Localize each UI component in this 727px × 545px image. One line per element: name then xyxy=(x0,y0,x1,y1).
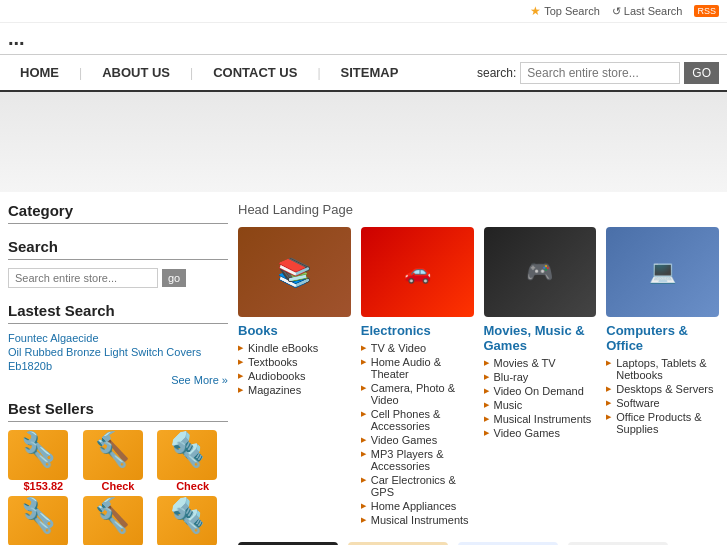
computers-img: 💻 xyxy=(606,227,719,317)
movies-title[interactable]: Movies, Music & Games xyxy=(484,323,597,353)
product-3-price: Check xyxy=(157,480,228,492)
books-item-3[interactable]: Audiobooks xyxy=(238,370,351,382)
product-1-price: $153.82 xyxy=(8,480,79,492)
electronics-list: TV & Video Home Audio & Theater Camera, … xyxy=(361,342,474,526)
nav-search-label: search: xyxy=(477,66,516,80)
product-2[interactable]: 🔨 Check xyxy=(83,430,154,492)
banner xyxy=(0,92,727,192)
product-1[interactable]: 🔧 $153.82 xyxy=(8,430,79,492)
last-search-link[interactable]: ↺ Last Search xyxy=(612,5,683,18)
last-search-item-3[interactable]: Eb1820b xyxy=(8,360,228,372)
electronics-img: 🚗 xyxy=(361,227,474,317)
last-search-list: Fountec Algaecide Oil Rubbed Bronze Ligh… xyxy=(8,332,228,372)
elec-item-3[interactable]: Camera, Photo & Video xyxy=(361,382,474,406)
product-4[interactable]: 🔧 xyxy=(8,496,79,545)
nav: HOME | ABOUT US | CONTACT US | SITEMAP s… xyxy=(0,55,727,92)
last-search-title: Lastest Search xyxy=(8,302,228,324)
top-search-link[interactable]: ★ Top Search xyxy=(530,4,600,18)
nav-home[interactable]: HOME xyxy=(0,55,79,90)
category-section: Category xyxy=(8,202,228,224)
nav-search: search: GO xyxy=(477,62,727,84)
books-img: 📚 xyxy=(238,227,351,317)
elec-item-5[interactable]: Video Games xyxy=(361,434,474,446)
sidebar: Category Search go Lastest Search Founte… xyxy=(8,202,228,545)
search-title: Search xyxy=(8,238,228,260)
product-4-img: 🔧 xyxy=(8,496,68,545)
product-2-price: Check xyxy=(83,480,154,492)
last-search-section: Lastest Search Fountec Algaecide Oil Rub… xyxy=(8,302,228,386)
refresh-icon: ↺ xyxy=(612,5,621,18)
elec-item-1[interactable]: TV & Video xyxy=(361,342,474,354)
top-bar: ★ Top Search ↺ Last Search RSS xyxy=(0,0,727,23)
movies-item-4[interactable]: Music xyxy=(484,399,597,411)
sidebar-search-button[interactable]: go xyxy=(162,269,186,287)
movies-item-1[interactable]: Movies & TV xyxy=(484,357,597,369)
best-sellers-title: Best Sellers xyxy=(8,400,228,422)
star-icon: ★ xyxy=(530,4,541,18)
category-grid: 📚 Books Kindle eBooks Textbooks Audioboo… xyxy=(238,227,719,528)
nav-sitemap[interactable]: SITEMAP xyxy=(321,55,419,90)
category-title: Category xyxy=(8,202,228,224)
elec-item-9[interactable]: Musical Instruments xyxy=(361,514,474,526)
cat-computers: 💻 Computers & Office Laptops, Tablets & … xyxy=(606,227,719,528)
rss-icon: RSS xyxy=(694,5,719,17)
computers-list: Laptops, Tablets & Netbooks Desktops & S… xyxy=(606,357,719,435)
product-5-img: 🔨 xyxy=(83,496,143,545)
movies-item-2[interactable]: Blu-ray xyxy=(484,371,597,383)
elec-item-4[interactable]: Cell Phones & Accessories xyxy=(361,408,474,432)
comp-item-2[interactable]: Desktops & Servers xyxy=(606,383,719,395)
comp-item-4[interactable]: Office Products & Supplies xyxy=(606,411,719,435)
product-3-img: 🔩 xyxy=(157,430,217,480)
product-1-img: 🔧 xyxy=(8,430,68,480)
best-sellers-grid: 🔧 $153.82 🔨 Check 🔩 Check 🔧 🔨 xyxy=(8,430,228,545)
product-6[interactable]: 🔩 xyxy=(157,496,228,545)
product-3[interactable]: 🔩 Check xyxy=(157,430,228,492)
movies-img: 🎮 xyxy=(484,227,597,317)
sidebar-search-input[interactable] xyxy=(8,268,158,288)
elec-item-7[interactable]: Car Electronics & GPS xyxy=(361,474,474,498)
content-area: Head Landing Page 📚 Books Kindle eBooks … xyxy=(238,202,719,545)
movies-item-3[interactable]: Video On Demand xyxy=(484,385,597,397)
see-more-link[interactable]: See More » xyxy=(8,374,228,386)
books-list: Kindle eBooks Textbooks Audiobooks Magaz… xyxy=(238,342,351,396)
books-item-2[interactable]: Textbooks xyxy=(238,356,351,368)
movies-item-5[interactable]: Musical Instruments xyxy=(484,413,597,425)
comp-item-3[interactable]: Software xyxy=(606,397,719,409)
search-section: Search go xyxy=(8,238,228,288)
books-item-4[interactable]: Magazines xyxy=(238,384,351,396)
product-5[interactable]: 🔨 xyxy=(83,496,154,545)
logo: ... xyxy=(8,27,25,50)
movies-list: Movies & TV Blu-ray Video On Demand Musi… xyxy=(484,357,597,439)
electronics-title[interactable]: Electronics xyxy=(361,323,474,338)
nav-about-us[interactable]: ABOUT US xyxy=(82,55,190,90)
main-content: Category Search go Lastest Search Founte… xyxy=(0,192,727,545)
product-2-img: 🔨 xyxy=(83,430,143,480)
nav-search-input[interactable] xyxy=(520,62,680,84)
top-search-label: Top Search xyxy=(544,5,600,17)
elec-item-2[interactable]: Home Audio & Theater xyxy=(361,356,474,380)
books-title[interactable]: Books xyxy=(238,323,351,338)
nav-search-button[interactable]: GO xyxy=(684,62,719,84)
cat-books: 📚 Books Kindle eBooks Textbooks Audioboo… xyxy=(238,227,351,528)
best-sellers-section: Best Sellers 🔧 $153.82 🔨 Check 🔩 Check 🔧 xyxy=(8,400,228,545)
computers-title[interactable]: Computers & Office xyxy=(606,323,719,353)
movies-item-6[interactable]: Video Games xyxy=(484,427,597,439)
elec-item-8[interactable]: Home Appliances xyxy=(361,500,474,512)
elec-item-6[interactable]: MP3 Players & Accessories xyxy=(361,448,474,472)
rss-link[interactable]: RSS xyxy=(694,5,719,17)
content-head: Head Landing Page xyxy=(238,202,719,217)
books-item-1[interactable]: Kindle eBooks xyxy=(238,342,351,354)
product-6-img: 🔩 xyxy=(157,496,217,545)
sidebar-search-box: go xyxy=(8,268,228,288)
nav-contact-us[interactable]: CONTACT US xyxy=(193,55,317,90)
header: ... xyxy=(0,23,727,55)
cat-electronics: 🚗 Electronics TV & Video Home Audio & Th… xyxy=(361,227,474,528)
comp-item-1[interactable]: Laptops, Tablets & Netbooks xyxy=(606,357,719,381)
cat-movies: 🎮 Movies, Music & Games Movies & TV Blu-… xyxy=(484,227,597,528)
last-search-item-1[interactable]: Fountec Algaecide xyxy=(8,332,228,344)
last-search-item-2[interactable]: Oil Rubbed Bronze Light Switch Covers xyxy=(8,346,228,358)
last-search-label: Last Search xyxy=(624,5,683,17)
